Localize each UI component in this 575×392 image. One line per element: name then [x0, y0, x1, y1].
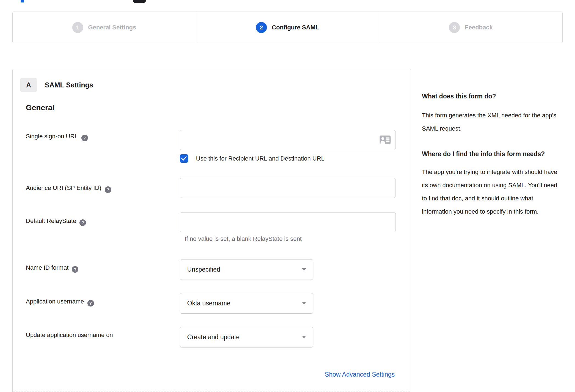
help-icon[interactable]: ?	[105, 186, 111, 193]
step-1-number-badge: 1	[72, 22, 83, 33]
application-username-value: Okta username	[187, 300, 230, 307]
sso-url-input[interactable]	[180, 130, 396, 150]
show-advanced-settings-link[interactable]: Show Advanced Settings	[325, 371, 395, 378]
sso-recipient-checkbox-row: Use this for Recipient URL and Destinati…	[180, 154, 325, 163]
sso-url-input-wrap	[180, 130, 396, 150]
audience-uri-input[interactable]	[180, 178, 396, 198]
help-icon[interactable]: ?	[81, 135, 88, 141]
help-answer-2: The app you're trying to integrate with …	[422, 165, 561, 218]
caret-down-icon	[302, 336, 306, 338]
cutoff-logo-fragment	[21, 0, 24, 2]
update-username-select[interactable]: Create and update	[180, 327, 313, 347]
application-username-select[interactable]: Okta username	[180, 293, 313, 314]
page: 1 General Settings 2 Configure SAML 3 Fe…	[0, 0, 575, 392]
step-general-settings[interactable]: 1 General Settings	[12, 12, 196, 43]
step-2-number-badge: 2	[256, 22, 267, 33]
step-configure-saml[interactable]: 2 Configure SAML	[196, 12, 379, 43]
relaystate-label: Default RelayState?	[26, 217, 86, 226]
section-dashed-divider	[13, 391, 410, 391]
step-2-label: Configure SAML	[272, 24, 319, 31]
update-username-label: Update application username on	[26, 332, 113, 339]
step-1-label: General Settings	[88, 24, 136, 31]
recipient-url-checkbox-label: Use this for Recipient URL and Destinati…	[196, 155, 325, 162]
relaystate-input[interactable]	[180, 212, 396, 232]
caret-down-icon	[302, 268, 306, 271]
wizard-stepper: 1 General Settings 2 Configure SAML 3 Fe…	[12, 12, 563, 43]
checkmark-icon	[181, 156, 187, 161]
saml-settings-panel: A SAML Settings General Single sign-on U…	[12, 69, 411, 392]
panel-title: SAML Settings	[45, 81, 93, 89]
name-id-format-select[interactable]: Unspecified	[180, 259, 313, 280]
help-icon[interactable]: ?	[79, 219, 86, 226]
help-question-2: Where do I find the info this form needs…	[422, 148, 561, 160]
cutoff-icon-fragment	[133, 0, 146, 3]
name-id-format-value: Unspecified	[187, 266, 220, 273]
help-sidebar: What does this form do? This form genera…	[422, 90, 561, 218]
help-icon[interactable]: ?	[72, 266, 78, 273]
step-3-label: Feedback	[465, 24, 493, 31]
step-3-number-badge: 3	[449, 22, 460, 33]
sso-url-label: Single sign-on URL?	[26, 133, 88, 141]
help-icon[interactable]: ?	[87, 300, 94, 307]
section-a-badge: A	[20, 78, 37, 92]
help-answer-1: This form generates the XML needed for t…	[422, 109, 561, 135]
help-question-1: What does this form do?	[422, 90, 561, 102]
relaystate-hint: If no value is set, a blank RelayState i…	[185, 235, 302, 242]
application-username-label: Application username?	[26, 298, 94, 307]
caret-down-icon	[302, 302, 306, 305]
update-username-value: Create and update	[187, 333, 240, 341]
general-group-title: General	[26, 103, 54, 112]
section-header: A SAML Settings	[20, 78, 93, 92]
step-feedback[interactable]: 3 Feedback	[379, 12, 563, 43]
recipient-url-checkbox[interactable]	[180, 154, 188, 163]
audience-uri-label: Audience URI (SP Entity ID)?	[26, 184, 111, 193]
name-id-format-label: Name ID format?	[26, 264, 78, 273]
